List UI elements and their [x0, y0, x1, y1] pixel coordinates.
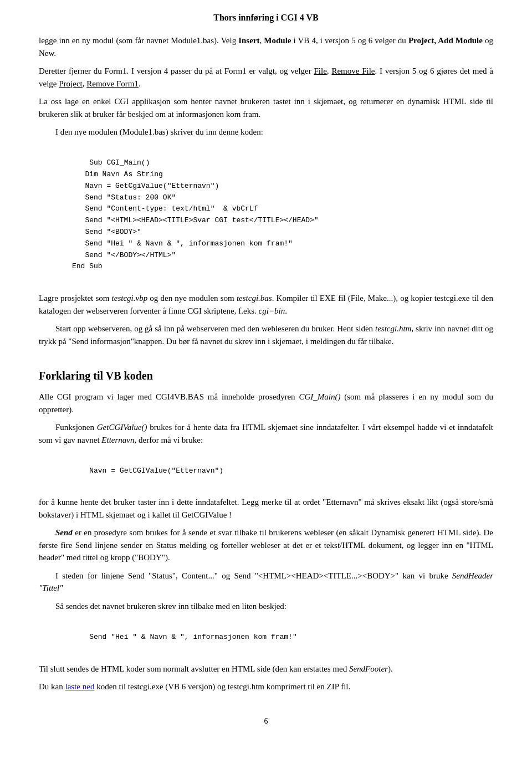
- para-send-description: Send er en prosedyre som brukes for å se…: [39, 526, 493, 564]
- para-sendheader-note: I steden for linjene Send "Status", Cont…: [39, 570, 493, 595]
- para-etternavn-note: for å kunne hente det bruker taster inn …: [39, 496, 493, 521]
- code-block-send-hei: Send "Hei " & Navn & ", informasjonen ko…: [72, 620, 493, 654]
- download-link[interactable]: laste ned: [65, 682, 95, 691]
- para-cgi4vb-description: Alle CGI program vi lager med CGI4VB.BAS…: [39, 391, 493, 416]
- para-send-footer: Til slutt sendes de HTML koder som norma…: [39, 663, 493, 675]
- para-start-webserver: Start opp webserveren, og gå så inn på w…: [39, 322, 493, 347]
- para-download: Du kan laste ned koden til testcgi.exe (…: [39, 680, 493, 693]
- para-send-navn: Så sendes det navnet brukeren skrev inn …: [39, 600, 493, 613]
- code-block-main: Sub CGI_Main() Dim Navn As String Navn =…: [72, 146, 493, 285]
- para-module-code-intro: I den nye modulen (Module1.bas) skriver …: [39, 126, 493, 139]
- para-save-project: Lagre prosjektet som testcgi.vbp og den …: [39, 292, 493, 317]
- para-remove-form: Deretter fjerner du Form1. I versjon 4 p…: [39, 65, 493, 90]
- para-getcgivalue-description: Funksjonen GetCGIValue() brukes for å he…: [39, 421, 493, 446]
- para-cgi-app-description: La oss lage en enkel CGI applikasjon som…: [39, 95, 493, 120]
- section-heading-vb-code: Forklaring til VB koden: [39, 367, 493, 384]
- code-block-getcgivalue: Navn = GetCGIValue("Etternavn"): [72, 454, 493, 488]
- page: Thors innføring i CGI 4 VB legge inn en …: [0, 0, 532, 763]
- para-insert-module: legge inn en ny modul (som får navnet Mo…: [39, 34, 493, 59]
- page-title: Thors innføring i CGI 4 VB: [39, 11, 493, 24]
- page-number: 6: [39, 715, 493, 727]
